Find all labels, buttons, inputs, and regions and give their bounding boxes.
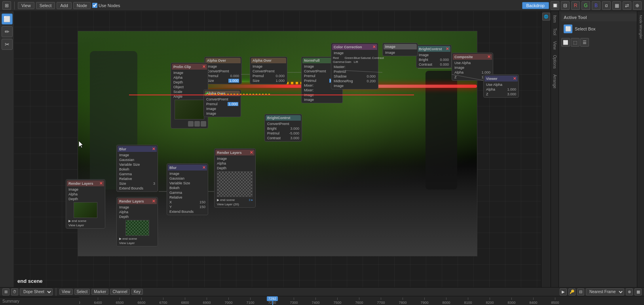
node-overlay-icon[interactable]: 🔲: [551, 1, 559, 10]
menu-view[interactable]: View: [18, 2, 34, 9]
panel-icon-2[interactable]: ⬚: [571, 38, 579, 47]
timeline-channel[interactable]: Channel: [110, 289, 129, 295]
left-sidebar: ⬜ ✏ ✂: [0, 11, 14, 287]
node-render-layers-3: Render Layers ✕ Image Alpha Depth ▶ end …: [214, 148, 256, 208]
menu-select[interactable]: Select: [36, 2, 55, 9]
ruler-mark-8400: 8400: [522, 297, 544, 305]
ruler-mark-6400: 6400: [87, 297, 109, 305]
ruler-mark-7100: 7100: [239, 297, 261, 305]
playback-icon[interactable]: ▶: [560, 288, 567, 296]
select-box-row: ⬜ Select Box: [561, 23, 642, 35]
key-icon[interactable]: 🔑: [568, 288, 576, 296]
ruler-mark-8500: 8500: [544, 297, 566, 305]
select-box-label: Select Box: [575, 27, 596, 31]
timeline-editor-type[interactable]: ⊞: [2, 288, 9, 296]
dopesheet-selector[interactable]: Dope Sheet: [20, 288, 53, 296]
timeline-select[interactable]: Select: [74, 289, 90, 295]
timeline-ruler[interactable]: 6000610062006300640065006600670068006900…: [0, 296, 644, 305]
timeline-right-controls: ▶ 🔑 ⊟ Nearest Frame ⊕ ▦: [560, 288, 642, 296]
person-right-silhouette: [426, 71, 457, 189]
node-color-correction: Color Correction ✕ Image RedGreenBlue Sa…: [331, 43, 378, 89]
panel-icon-1[interactable]: ⬜: [561, 38, 570, 47]
timeline-icon[interactable]: ⏱: [11, 288, 18, 296]
tab-options[interactable]: Options: [552, 53, 558, 71]
top-toolbar: ⊞ View Select Add Node Use Nodes Backdro…: [0, 0, 644, 11]
nearest-frame-selector[interactable]: Nearest Frame: [586, 288, 624, 296]
right-sidebar: 🌐 Item Tool View Options Arrange Active …: [541, 11, 644, 287]
panel-icon-row: ⬜ ⬚ ☰: [561, 38, 642, 47]
tab-item[interactable]: Item: [552, 13, 558, 25]
node-bright-contrast: BrightContrst ✕ Image Bright0.000 Contra…: [416, 45, 452, 68]
editor-type-button[interactable]: ⊞: [2, 1, 11, 10]
end-scene-label: end scene: [17, 278, 43, 284]
timeline-view[interactable]: View: [59, 289, 73, 295]
timeline-key[interactable]: Key: [131, 289, 143, 295]
summary-label: Summary: [2, 299, 19, 303]
menu-node[interactable]: Node: [73, 2, 91, 9]
color-correction-grid: RedGreenBlue Saturat.Contrast GammaGainL…: [332, 55, 377, 64]
right-sidebar-panels: Item Tool View Options Arrange: [551, 11, 559, 287]
channel-r[interactable]: R: [571, 1, 580, 10]
node-prelin-btn3[interactable]: [201, 121, 206, 127]
node-prelin-btn1[interactable]: [188, 121, 194, 127]
ruler-mark-7900: 7900: [414, 297, 435, 305]
tool-cut[interactable]: ✂: [2, 39, 13, 50]
channel-b[interactable]: B: [592, 1, 600, 10]
view-options-icon[interactable]: ⊟: [561, 1, 570, 10]
summary-bar: Summary: [0, 297, 79, 305]
backdrop-button[interactable]: Backdrop: [522, 2, 549, 9]
node-viewer: Viewer ✕ Use Alpha Alpha1.000 Z3.000: [483, 74, 519, 98]
node-thumb-1: [74, 202, 97, 218]
ruler-mark-6600: 6600: [131, 297, 152, 305]
overlay-icon[interactable]: ⊕: [633, 1, 642, 10]
channel-g[interactable]: G: [581, 1, 590, 10]
ruler-mark-7400: 7400: [305, 297, 327, 305]
playhead-marker: 7292: [267, 296, 278, 301]
active-tool-header: Active Tool: [561, 13, 642, 21]
node-prelin-clip: Prelin Clip ✕ Image Alpha Depth Object S…: [171, 63, 208, 129]
ruler-mark-7000: 7000: [218, 297, 239, 305]
node-image-top: Image Image: [382, 43, 418, 56]
tool-draw[interactable]: ✏: [2, 26, 13, 37]
bottom-bar: ⊞ ⏱ Dope Sheet View Select Marker Channe…: [0, 287, 644, 305]
normalize-icon[interactable]: ▦: [635, 288, 642, 296]
ruler-mark-7300: 7300: [283, 297, 305, 305]
node-render-layers-2: Render Layers ✕ Image Alpha Depth ▶ end …: [116, 197, 158, 246]
node-alpha-over-2: Alpha Over Image ConvertPremt Premul0.00…: [250, 57, 287, 84]
ruler-mark-8100: 8100: [457, 297, 479, 305]
ruler-mark-6700: 6700: [152, 297, 174, 305]
tab-tool[interactable]: Tool: [552, 26, 558, 38]
filter-icon[interactable]: ⊟: [577, 288, 584, 296]
toolbar-right: Backdrop 🔲 ⊟ R G B α ▦ ⇄ ⊕: [522, 1, 642, 10]
node-blur-1: Blur ✕ Image Gaussian Variable Size Boke…: [116, 145, 158, 192]
node-alpha-over-glow: Alpha Over ConvertPremt Premul1.000 Imag…: [203, 89, 241, 117]
ruler-mark-6800: 6800: [174, 297, 196, 305]
node-prelin-btn2[interactable]: [194, 121, 200, 127]
tab-arrange[interactable]: Arrange: [552, 72, 558, 91]
separator: [56, 288, 56, 296]
node-prelin-thumb: [175, 100, 204, 119]
node-blur-2: Blur ✕ Image Gaussian Variable Size Boke…: [167, 163, 208, 215]
use-nodes-toggle[interactable]: Use Nodes: [92, 3, 120, 8]
ruler-mark-8300: 8300: [501, 297, 522, 305]
ruler-mark-7600: 7600: [348, 297, 370, 305]
layout-toggle[interactable]: ⇄: [623, 1, 631, 10]
tab-view[interactable]: View: [552, 39, 558, 52]
right-sidebar-tools: 🌐: [541, 11, 551, 287]
ruler-mark-6900: 6900: [196, 297, 218, 305]
display-options[interactable]: ▦: [612, 1, 621, 10]
ruler-mark-7500: 7500: [327, 297, 348, 305]
menu-add[interactable]: Add: [57, 2, 72, 9]
tab-node-wrangler[interactable]: Node Wrangler: [638, 13, 644, 41]
snap-icon[interactable]: ⊕: [626, 288, 633, 296]
node-prelin-controls: [172, 120, 207, 127]
alpha-icon[interactable]: α: [602, 1, 611, 10]
tool-select[interactable]: ⬜: [2, 13, 13, 25]
global-icon[interactable]: 🌐: [542, 13, 550, 21]
ruler-mark-7700: 7700: [370, 297, 392, 305]
ruler-mark-7800: 7800: [392, 297, 414, 305]
node-thumb-3: [217, 171, 253, 197]
panel-icon-3[interactable]: ☰: [580, 38, 589, 47]
timeline-marker[interactable]: Marker: [91, 289, 108, 295]
ruler-mark-6500: 6500: [109, 297, 131, 305]
